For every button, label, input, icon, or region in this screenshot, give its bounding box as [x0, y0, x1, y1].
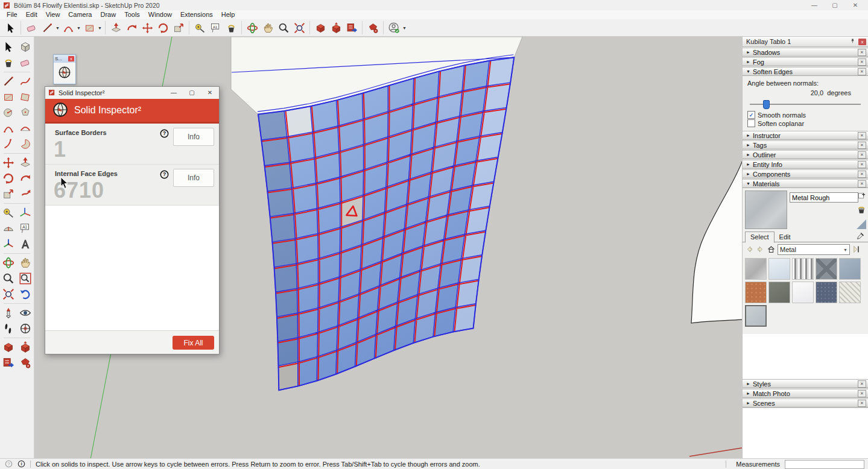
material-swatch-11[interactable] [745, 305, 767, 327]
account-dropdown-icon[interactable]: ▼ [402, 20, 407, 36]
checkbox-box[interactable] [747, 119, 755, 127]
ext-manager-tool-icon[interactable] [365, 20, 381, 36]
panel-close-icon[interactable]: ✕ [858, 132, 866, 139]
panel-soften-edges[interactable]: ▼Soften Edges✕ [743, 67, 868, 76]
internal-face-edges-info-button[interactable]: Info [173, 169, 214, 187]
help-info-icon[interactable]: i [17, 460, 25, 469]
line-dropdown-icon[interactable]: ▼ [55, 20, 60, 36]
panel-close-icon[interactable]: ✕ [858, 151, 866, 159]
panel-expand-icon[interactable]: ► [746, 60, 753, 64]
circle-tool-icon[interactable] [1, 105, 16, 120]
dialog-close-button[interactable]: ✕ [201, 87, 219, 99]
panel-expand-icon[interactable]: ► [746, 133, 753, 137]
rect-tool-icon[interactable] [81, 20, 97, 36]
tray-pin-icon[interactable] [849, 38, 856, 46]
panel-expand-icon[interactable]: ▼ [746, 181, 753, 186]
axes-3d-tool-icon[interactable] [1, 237, 16, 251]
menu-extensions[interactable]: Extensions [176, 10, 217, 19]
solid-inspector-mini-toolbar[interactable]: S... x [53, 54, 76, 84]
wh-share-tool-icon[interactable] [18, 340, 33, 354]
material-name-input[interactable] [790, 192, 858, 203]
paint-bucket-icon[interactable] [856, 204, 867, 216]
material-swatch-6[interactable] [745, 282, 767, 303]
rect-tool-icon[interactable] [1, 90, 16, 104]
panel-components[interactable]: ►Components✕ [743, 169, 868, 178]
panel-tags[interactable]: ►Tags✕ [743, 140, 868, 150]
tab-edit[interactable]: Edit [775, 232, 796, 242]
paint-tool-icon[interactable] [223, 20, 239, 36]
surface-borders-help-icon[interactable]: ? [160, 129, 169, 139]
select-tool-icon[interactable] [1, 40, 16, 54]
rotate-tool-icon[interactable] [1, 171, 16, 186]
position-camera-tool-icon[interactable] [1, 306, 16, 320]
dialog-minimize-button[interactable]: — [165, 87, 183, 99]
menu-view[interactable]: View [42, 10, 65, 19]
material-swatch-2[interactable] [768, 258, 790, 280]
measurements-input[interactable] [785, 460, 864, 469]
wh-get-tool-icon[interactable] [312, 20, 328, 36]
section-plane-tool-icon[interactable] [18, 321, 33, 336]
panel-shadows[interactable]: ►Shadows✕ [743, 48, 868, 57]
freehand-tool-icon[interactable] [18, 74, 33, 89]
panel-close-icon[interactable]: ✕ [858, 400, 866, 407]
dialog-maximize-button[interactable]: ▢ [183, 87, 201, 99]
rotated-rect-tool-icon[interactable] [18, 90, 33, 104]
offset-tool-icon[interactable] [171, 20, 186, 36]
protractor-tool-icon[interactable] [1, 221, 16, 236]
zoom-window-tool-icon[interactable] [18, 271, 33, 286]
eraser-tool-icon[interactable] [18, 55, 33, 70]
zoom-extents-tool-icon[interactable] [291, 20, 307, 36]
panel-close-icon[interactable]: ✕ [858, 390, 866, 397]
maximize-button[interactable]: ▢ [825, 0, 845, 10]
tray-close-icon[interactable]: x [858, 39, 866, 45]
two-point-arc-tool-icon[interactable] [18, 121, 33, 136]
pushpull-tool-icon[interactable] [108, 20, 124, 36]
geolocation-icon[interactable]: ? [5, 460, 13, 469]
wh-share-tool-icon[interactable] [328, 20, 344, 36]
material-swatch-10[interactable] [839, 282, 861, 303]
material-swatch-8[interactable] [792, 282, 814, 303]
rotate-tool-icon[interactable] [155, 20, 171, 36]
followme-tool-icon[interactable] [124, 20, 139, 36]
solid-inspector-tool-button[interactable] [57, 65, 72, 80]
panel-instructor[interactable]: ►Instructor✕ [743, 131, 868, 140]
panel-styles[interactable]: ►Styles✕ [743, 379, 868, 388]
panel-close-icon[interactable]: ✕ [858, 161, 866, 168]
panel-materials[interactable]: ▼Materials✕ [743, 179, 868, 188]
panel-scenes[interactable]: ►Scenes✕ [743, 398, 868, 408]
zoom-tool-icon[interactable] [276, 20, 291, 36]
dialog-titlebar[interactable]: Solid Inspector² — ▢ ✕ [45, 87, 219, 99]
panel-close-icon[interactable]: ✕ [858, 58, 866, 66]
tray-titlebar[interactable]: Kubilay Tablo 1x [743, 37, 868, 47]
three-point-arc-tool-icon[interactable] [1, 137, 16, 151]
checkbox-box[interactable]: ✓ [747, 111, 755, 119]
arc-dropdown-icon[interactable]: ▼ [76, 20, 81, 36]
solid-inspector-dialog[interactable]: Solid Inspector² — ▢ ✕ Solid Inspector² … [45, 86, 220, 354]
text-tool-icon[interactable]: A1 [18, 221, 33, 236]
panel-entity-info[interactable]: ►Entity Info✕ [743, 160, 868, 169]
checkbox-smooth-normals[interactable]: ✓Smooth normals [747, 111, 806, 119]
text-3d-tool-icon[interactable] [18, 237, 33, 251]
panel-close-icon[interactable]: ✕ [858, 180, 866, 187]
pan-tool-icon[interactable] [18, 256, 33, 270]
panel-expand-icon[interactable]: ▼ [746, 69, 753, 74]
secondary-pane-icon[interactable] [852, 245, 861, 255]
panel-close-icon[interactable]: ✕ [858, 380, 866, 388]
line-tool-icon[interactable] [1, 74, 16, 89]
followme-tool-icon[interactable] [18, 171, 33, 186]
menu-camera[interactable]: Camera [64, 10, 96, 19]
panel-close-icon[interactable]: ✕ [858, 68, 866, 75]
panel-expand-icon[interactable]: ► [746, 153, 753, 157]
panel-expand-icon[interactable]: ► [746, 162, 753, 166]
rect-dropdown-icon[interactable]: ▼ [97, 20, 103, 36]
internal-face-edges-help-icon[interactable]: ? [160, 170, 169, 180]
panel-close-icon[interactable]: ✕ [858, 49, 866, 56]
menu-edit[interactable]: Edit [22, 10, 42, 19]
orbit-tool-icon[interactable] [244, 20, 260, 36]
material-swatch-1[interactable] [745, 258, 767, 280]
material-swatch-5[interactable] [839, 258, 861, 280]
orbit-tool-icon[interactable] [1, 256, 16, 270]
close-button[interactable]: ✕ [845, 0, 866, 10]
account-tool-icon[interactable] [386, 20, 402, 36]
move-tool-icon[interactable] [1, 156, 16, 170]
